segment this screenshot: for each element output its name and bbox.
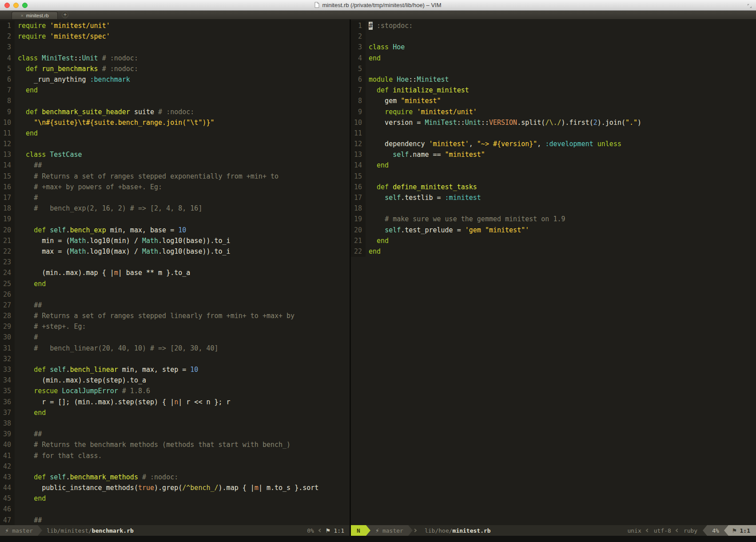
code-line[interactable]: 21 min = (Math.log10(min) / Math.log10(b… bbox=[0, 235, 350, 246]
code-line[interactable]: 13 class TestCase bbox=[0, 149, 350, 160]
code-line-text: _run_anything :benchmark bbox=[15, 74, 130, 85]
code-line[interactable]: 27 ## bbox=[0, 300, 350, 311]
code-line[interactable]: 8 gem "minitest" bbox=[351, 96, 756, 106]
file-path-prefix: lib/hoe/ bbox=[425, 527, 453, 534]
code-line[interactable]: 14 end bbox=[351, 160, 756, 171]
cursor-position-segment: ⚑ 1:1 bbox=[728, 525, 756, 536]
code-line[interactable]: 19 # make sure we use the gemmed minites… bbox=[351, 214, 756, 224]
code-line[interactable]: 6module Hoe::Minitest bbox=[351, 74, 756, 85]
code-line[interactable]: 2require 'minitest/spec' bbox=[0, 31, 350, 42]
line-number: 38 bbox=[0, 418, 15, 429]
right-code-area[interactable]: 1# :stopdoc:23class Hoe4end56module Hoe:… bbox=[351, 20, 756, 525]
code-line[interactable]: 41 # for that class. bbox=[0, 450, 350, 461]
code-line[interactable]: 1require 'minitest/unit' bbox=[0, 20, 350, 31]
code-line[interactable]: 5 def run_benchmarks # :nodoc: bbox=[0, 64, 350, 74]
file-encoding: utf-8 bbox=[654, 527, 671, 534]
code-line[interactable]: 10 version = MiniTest::Unit::VERSION.spl… bbox=[351, 117, 756, 128]
code-line[interactable]: 15 bbox=[351, 171, 756, 182]
code-line[interactable]: 8 bbox=[0, 96, 350, 106]
code-line[interactable]: 21 end bbox=[351, 235, 756, 246]
code-line[interactable]: 31 # bench_linear(20, 40, 10) # => [20, … bbox=[0, 343, 350, 354]
code-line[interactable]: 18 bbox=[351, 203, 756, 214]
code-line[interactable]: 5 bbox=[351, 64, 756, 74]
code-line[interactable]: 7 def initialize_minitest bbox=[351, 85, 756, 96]
code-line-text: end bbox=[15, 407, 46, 418]
code-line[interactable]: 34 (min..max).step(step).to_a bbox=[0, 375, 350, 386]
code-line[interactable]: 32 bbox=[0, 354, 350, 364]
code-line[interactable]: 26 bbox=[0, 289, 350, 300]
line-number: 46 bbox=[0, 504, 15, 514]
code-line[interactable]: 11 bbox=[351, 128, 756, 139]
minimize-button[interactable] bbox=[13, 3, 19, 8]
code-line[interactable]: 25 end bbox=[0, 279, 350, 289]
line-number: 19 bbox=[0, 214, 15, 224]
code-line[interactable]: 12 bbox=[0, 139, 350, 149]
code-line-text: gem "minitest" bbox=[366, 96, 441, 106]
code-line[interactable]: 44 public_instance_methods(true).grep(/^… bbox=[0, 482, 350, 493]
command-line[interactable] bbox=[0, 536, 756, 542]
code-line-text bbox=[15, 139, 18, 149]
code-line-text bbox=[15, 354, 18, 364]
code-line[interactable]: 20 def self.bench_exp min, max, base = 1… bbox=[0, 225, 350, 235]
left-code-area[interactable]: 1require 'minitest/unit'2require 'minite… bbox=[0, 20, 350, 525]
code-line[interactable]: 9 require 'minitest/unit' bbox=[351, 107, 756, 117]
code-line[interactable]: 39 ## bbox=[0, 429, 350, 439]
code-line[interactable]: 18 # bench_exp(2, 16, 2) # => [2, 4, 8, … bbox=[0, 203, 350, 214]
code-line[interactable]: 16 def define_minitest_tasks bbox=[351, 182, 756, 192]
code-line[interactable]: 33 def self.bench_linear min, max, step … bbox=[0, 364, 350, 375]
code-line[interactable]: 9 def benchmark_suite_header suite # :no… bbox=[0, 107, 350, 117]
code-line[interactable]: 3 bbox=[0, 42, 350, 52]
code-line[interactable]: 45 end bbox=[0, 493, 350, 504]
code-line[interactable]: 37 end bbox=[0, 407, 350, 418]
code-line[interactable]: 40 # Returns the benchmark methods (meth… bbox=[0, 439, 350, 450]
fullscreen-icon[interactable] bbox=[747, 2, 752, 11]
code-line[interactable]: 47 ## bbox=[0, 515, 350, 525]
code-line[interactable]: 13 self.name == "minitest" bbox=[351, 149, 756, 160]
code-line[interactable]: 24 (min..max).map { |m| base ** m }.to_a bbox=[0, 267, 350, 278]
tab-minitest[interactable]: × minitest.rb bbox=[12, 12, 58, 19]
close-button[interactable] bbox=[4, 3, 10, 8]
code-line[interactable]: 3class Hoe bbox=[351, 42, 756, 52]
code-line[interactable]: 1# :stopdoc: bbox=[351, 20, 756, 31]
code-line[interactable]: 43 def self.benchmark_methods # :nodoc: bbox=[0, 472, 350, 482]
code-line[interactable]: 4end bbox=[351, 53, 756, 64]
code-line[interactable]: 28 # Returns a set of ranges stepped lin… bbox=[0, 311, 350, 321]
code-line[interactable]: 20 self.test_prelude = 'gem "minitest"' bbox=[351, 225, 756, 235]
line-number: 28 bbox=[0, 311, 15, 321]
code-line-text bbox=[15, 418, 18, 429]
code-line[interactable]: 22 max = (Math.log10(max) / Math.log10(b… bbox=[0, 246, 350, 257]
code-line[interactable]: 29 # +step+. Eg: bbox=[0, 321, 350, 332]
git-branch-segment: ⚡ master bbox=[370, 525, 408, 536]
code-line[interactable]: 4class MiniTest::Unit # :nodoc: bbox=[0, 53, 350, 64]
zoom-button[interactable] bbox=[22, 3, 28, 8]
code-line-text: class TestCase bbox=[15, 149, 82, 160]
code-line[interactable]: 14 ## bbox=[0, 160, 350, 171]
code-line[interactable]: 19 bbox=[0, 214, 350, 224]
code-line[interactable]: 7 end bbox=[0, 85, 350, 96]
code-line[interactable]: 46 bbox=[0, 504, 350, 514]
code-line[interactable]: 17 # bbox=[0, 192, 350, 203]
code-line[interactable]: 12 dependency 'minitest', "~> #{version}… bbox=[351, 139, 756, 149]
code-line[interactable]: 2 bbox=[351, 31, 756, 42]
code-line[interactable]: 38 bbox=[0, 418, 350, 429]
code-line-text bbox=[15, 257, 18, 267]
code-line[interactable]: 15 # Returns a set of ranges stepped exp… bbox=[0, 171, 350, 182]
code-line[interactable]: 42 bbox=[0, 461, 350, 472]
code-line[interactable]: 30 # bbox=[0, 332, 350, 343]
code-line[interactable]: 6 _run_anything :benchmark bbox=[0, 74, 350, 85]
code-line[interactable]: 36 r = []; (min..max).step(step) { |n| r… bbox=[0, 397, 350, 407]
code-line[interactable]: 22end bbox=[351, 246, 756, 257]
code-line-text: # :stopdoc: bbox=[366, 20, 413, 31]
code-line[interactable]: 17 self.testlib = :minitest bbox=[351, 192, 756, 203]
new-tab-button[interactable]: + bbox=[62, 12, 68, 18]
line-number: 29 bbox=[0, 321, 15, 332]
code-line-text: # Returns the benchmark methods (methods… bbox=[15, 439, 290, 450]
code-line[interactable]: 16 # +max+ by powers of +base+. Eg: bbox=[0, 182, 350, 192]
code-line[interactable]: 11 end bbox=[0, 128, 350, 139]
code-line[interactable]: 10 "\n#{suite}\t#{suite.bench_range.join… bbox=[0, 117, 350, 128]
line-number: 14 bbox=[351, 160, 366, 171]
code-line[interactable]: 35 rescue LocalJumpError # 1.8.6 bbox=[0, 386, 350, 396]
tab-close-icon[interactable]: × bbox=[20, 13, 23, 18]
line-number: 34 bbox=[0, 375, 15, 386]
code-line[interactable]: 23 bbox=[0, 257, 350, 267]
